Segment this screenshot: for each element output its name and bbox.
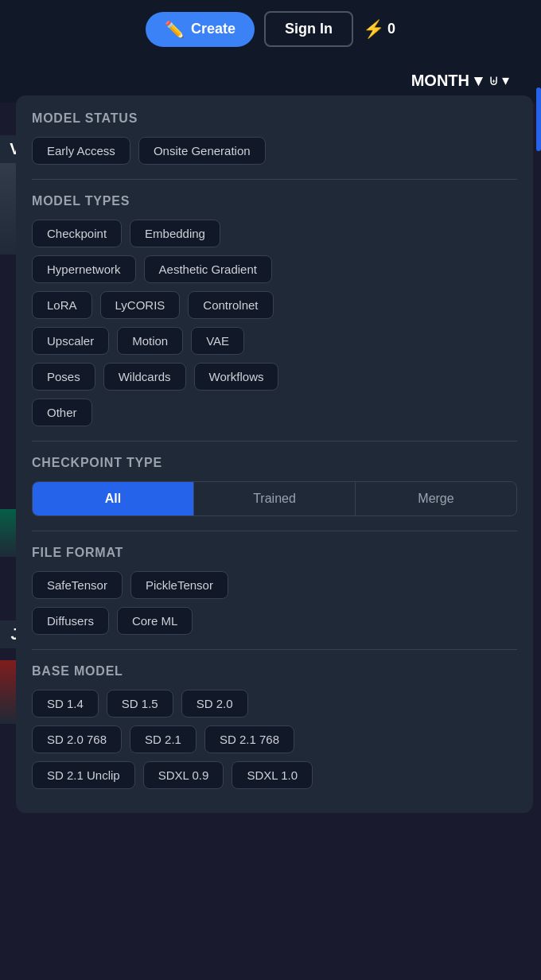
chip-core-ml[interactable]: Core ML — [117, 607, 193, 635]
chip-sd15[interactable]: SD 1.5 — [107, 690, 173, 718]
chip-wildcards[interactable]: Wildcards — [103, 363, 186, 391]
chip-sd20768[interactable]: SD 2.0 768 — [32, 725, 122, 753]
chip-motion[interactable]: Motion — [117, 327, 183, 355]
chip-checkpoint[interactable]: Checkpoint — [32, 220, 122, 247]
chevron-down-icon: ▾ — [474, 71, 482, 90]
create-button[interactable]: ✏️ Create — [146, 12, 255, 47]
lightning-badge: ⚡ 0 — [363, 19, 395, 40]
chip-lycoris[interactable]: LyCORIS — [100, 291, 181, 319]
file-format-row-1: SafeTensor PickleTensor — [32, 571, 517, 599]
divider-3 — [32, 531, 517, 531]
create-label: Create — [191, 21, 235, 37]
chip-lora[interactable]: LoRA — [32, 291, 92, 319]
chip-upscaler[interactable]: Upscaler — [32, 327, 109, 355]
checkpoint-type-label: Checkpoint type — [32, 456, 517, 470]
chip-sd21unclip[interactable]: SD 2.1 Unclip — [32, 761, 135, 789]
chip-sdxl09[interactable]: SDXL 0.9 — [143, 761, 224, 789]
base-model-label: Base model — [32, 664, 517, 679]
model-types-label: Model types — [32, 194, 517, 208]
chip-safetensor[interactable]: SafeTensor — [32, 571, 123, 599]
filter-panel: Model status Early Access Onsite Generat… — [16, 95, 533, 813]
chip-controlnet[interactable]: Controlnet — [188, 291, 273, 319]
scrollbar-indicator — [536, 88, 541, 151]
chip-poses[interactable]: Poses — [32, 363, 95, 391]
chip-sdxl10[interactable]: SDXL 1.0 — [232, 761, 313, 789]
checkpoint-type-selector: All Trained Merge — [32, 481, 517, 516]
chip-pickletensor[interactable]: PickleTensor — [130, 571, 228, 599]
model-type-row-4: Upscaler Motion VAE — [32, 327, 517, 355]
chip-sd20[interactable]: SD 2.0 — [181, 690, 248, 718]
model-status-chips: Early Access Onsite Generation — [32, 137, 517, 165]
lightning-count: 0 — [387, 21, 395, 37]
chip-sd21[interactable]: SD 2.1 — [130, 725, 197, 753]
divider-1 — [32, 179, 517, 180]
model-status-label: Model status — [32, 111, 517, 126]
chip-other[interactable]: Other — [32, 399, 92, 426]
base-model-row-1: SD 1.4 SD 1.5 SD 2.0 — [32, 690, 517, 718]
base-model-row-3: SD 2.1 Unclip SDXL 0.9 SDXL 1.0 — [32, 761, 517, 789]
chip-diffusers[interactable]: Diffusers — [32, 607, 109, 635]
model-type-row-3: LoRA LyCORIS Controlnet — [32, 291, 517, 319]
chip-early-access[interactable]: Early Access — [32, 137, 130, 165]
model-type-row-2: Hypernetwork Aesthetic Gradient — [32, 255, 517, 283]
chip-embedding[interactable]: Embedding — [130, 220, 220, 247]
checkpoint-type-trained[interactable]: Trained — [194, 482, 356, 515]
lightning-icon: ⚡ — [363, 19, 384, 40]
header: ✏️ Create Sign In ⚡ 0 — [0, 0, 541, 58]
signin-button[interactable]: Sign In — [264, 11, 353, 47]
divider-4 — [32, 649, 517, 650]
month-label: MONTH — [411, 72, 469, 90]
month-selector[interactable]: MONTH ▾ — [411, 71, 482, 90]
checkpoint-type-merge[interactable]: Merge — [356, 482, 516, 515]
model-type-row-6: Other — [32, 399, 517, 426]
signin-label: Sign In — [285, 21, 333, 37]
chip-aesthetic-gradient[interactable]: Aesthetic Gradient — [144, 255, 272, 283]
filter-icon: ⊎ — [488, 72, 499, 89]
chip-sd14[interactable]: SD 1.4 — [32, 690, 99, 718]
chip-onsite-generation[interactable]: Onsite Generation — [138, 137, 266, 165]
model-type-row-1: Checkpoint Embedding — [32, 220, 517, 247]
chip-vae[interactable]: VAE — [191, 327, 244, 355]
file-format-label: File format — [32, 546, 517, 560]
filter-dropdown-icon: ▾ — [502, 72, 509, 89]
chip-workflows[interactable]: Workflows — [194, 363, 279, 391]
divider-2 — [32, 441, 517, 441]
filter-button[interactable]: ⊎ ▾ — [488, 72, 509, 89]
checkpoint-type-all[interactable]: All — [33, 482, 194, 515]
chip-hypernetwork[interactable]: Hypernetwork — [32, 255, 136, 283]
rocket-icon: ✏️ — [165, 20, 185, 39]
chip-sd21768[interactable]: SD 2.1 768 — [204, 725, 294, 753]
model-type-row-5: Poses Wildcards Workflows — [32, 363, 517, 391]
file-format-row-2: Diffusers Core ML — [32, 607, 517, 635]
base-model-row-2: SD 2.0 768 SD 2.1 SD 2.1 768 — [32, 725, 517, 753]
